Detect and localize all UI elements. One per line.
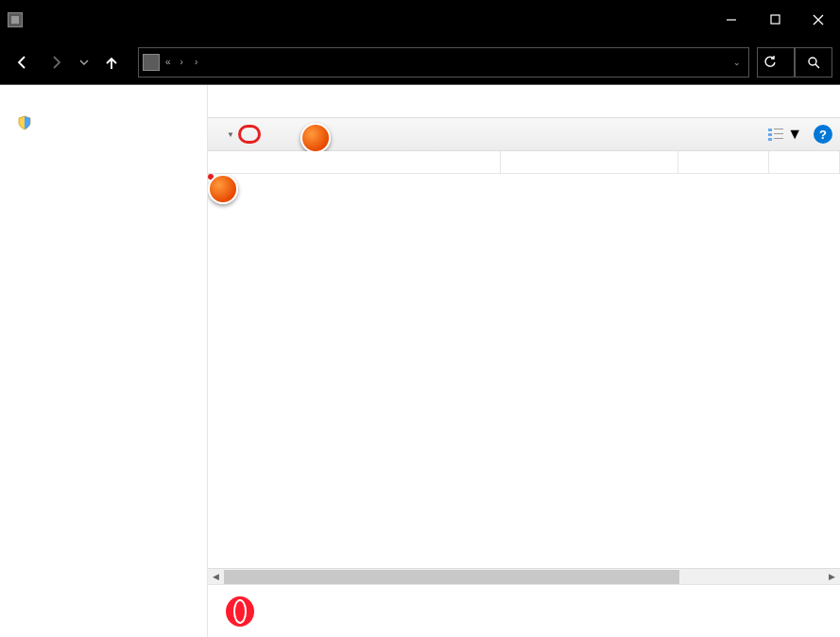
breadcrumb-separator: › xyxy=(195,57,197,67)
column-installed[interactable] xyxy=(678,151,769,173)
address-bar[interactable]: « › › ⌄ xyxy=(138,47,749,77)
search-icon xyxy=(807,56,820,69)
program-list[interactable] xyxy=(208,151,840,568)
annotation-callout xyxy=(208,174,238,204)
view-icon xyxy=(768,128,783,141)
sidebar xyxy=(0,85,208,637)
help-button[interactable]: ? xyxy=(814,125,832,144)
svg-point-6 xyxy=(809,58,816,65)
scroll-right-icon[interactable]: ▶ xyxy=(824,569,840,585)
toolbar: ▼ ▼ ? xyxy=(208,117,840,151)
forward-button[interactable] xyxy=(42,47,72,77)
view-button[interactable]: ▼ xyxy=(763,122,808,146)
details-pane xyxy=(208,584,840,637)
close-button[interactable] xyxy=(797,0,840,39)
window-icon xyxy=(8,12,23,27)
scroll-left-icon[interactable]: ◀ xyxy=(208,569,224,585)
svg-rect-2 xyxy=(771,15,780,24)
shield-icon xyxy=(17,115,32,130)
column-publisher[interactable] xyxy=(501,151,678,173)
chevron-down-icon: ▼ xyxy=(227,130,234,139)
uninstall-button[interactable] xyxy=(242,130,257,138)
search-box[interactable] xyxy=(795,47,832,77)
chevron-down-icon: ▼ xyxy=(787,126,802,143)
titlebar xyxy=(0,0,840,40)
back-button[interactable] xyxy=(8,47,38,77)
horizontal-scrollbar[interactable]: ◀ ▶ xyxy=(208,568,840,584)
address-icon xyxy=(143,54,160,71)
annotation-callout xyxy=(300,123,331,153)
address-dropdown-icon[interactable]: ⌄ xyxy=(729,58,745,67)
minimize-button[interactable] xyxy=(710,0,753,39)
list-header xyxy=(208,151,840,174)
svg-rect-0 xyxy=(11,16,19,24)
column-name[interactable] xyxy=(208,151,501,173)
svg-rect-9 xyxy=(774,129,783,129)
refresh-button[interactable] xyxy=(757,47,795,77)
organize-button[interactable]: ▼ xyxy=(215,127,242,143)
svg-rect-12 xyxy=(768,138,772,141)
svg-point-16 xyxy=(235,601,245,622)
up-button[interactable] xyxy=(96,47,127,77)
svg-rect-11 xyxy=(774,133,783,134)
svg-line-7 xyxy=(815,64,819,68)
recent-button[interactable] xyxy=(76,47,93,77)
opera-icon xyxy=(221,593,259,630)
svg-rect-10 xyxy=(768,133,772,136)
breadcrumb-separator: › xyxy=(180,57,183,67)
svg-rect-13 xyxy=(774,138,783,139)
maximize-button[interactable] xyxy=(753,0,797,39)
column-size[interactable] xyxy=(769,151,840,173)
main-panel: ▼ ▼ ? xyxy=(208,85,840,637)
svg-rect-8 xyxy=(768,129,772,131)
navbar: « › › ⌄ xyxy=(0,40,840,85)
